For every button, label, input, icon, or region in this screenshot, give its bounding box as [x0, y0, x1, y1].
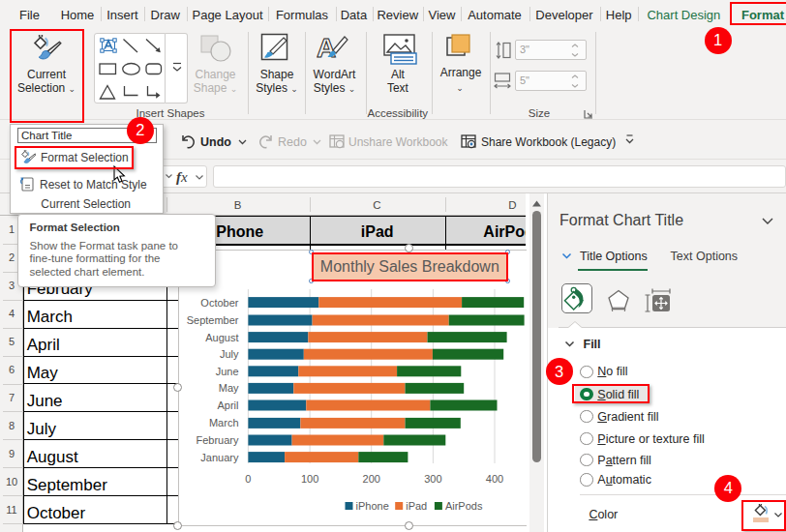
svg-text:A: A [317, 33, 336, 62]
svg-text:iPad: iPad [406, 500, 427, 512]
svg-text:400: 400 [485, 473, 502, 485]
svg-text:June: June [215, 366, 238, 377]
svg-text:April: April [217, 399, 238, 411]
svg-text:September: September [186, 314, 238, 326]
svg-text:iPhone: iPhone [355, 500, 388, 512]
svg-text:July: July [219, 348, 238, 360]
svg-text:200: 200 [362, 473, 379, 485]
svg-text:300: 300 [424, 473, 441, 485]
svg-text:100: 100 [300, 473, 317, 485]
svg-text:January: January [200, 452, 239, 463]
svg-text:August: August [205, 332, 238, 343]
svg-text:February: February [196, 434, 239, 446]
svg-text:0: 0 [245, 473, 251, 485]
svg-text:AirPods: AirPods [444, 500, 482, 512]
svg-text:October: October [200, 297, 238, 309]
svg-text:March: March [208, 417, 238, 429]
svg-text:May: May [218, 382, 238, 394]
